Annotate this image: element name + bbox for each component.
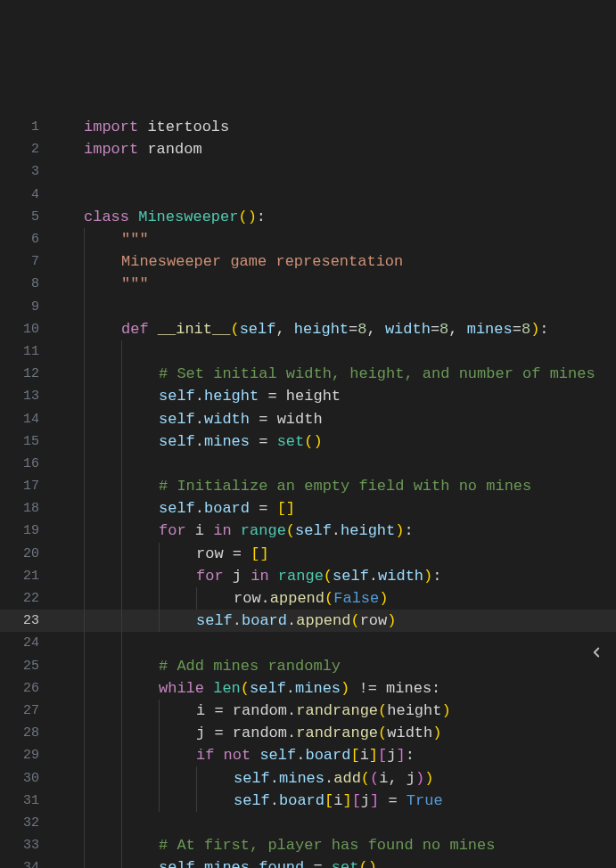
code-line[interactable]: 7Minesweeper game representation [0,250,616,273]
code-line[interactable]: 3 [0,160,616,183]
code-line[interactable]: 24 [0,632,616,654]
token-self: self [159,500,195,517]
line-number: 16 [0,456,52,471]
code-line[interactable]: 17# Initialize an empty field with no mi… [0,475,616,497]
token-num: 8 [439,321,448,338]
line-number: 7 [0,254,52,269]
line-number: 3 [0,164,52,179]
token-ppar: ] [342,792,351,809]
code-line[interactable]: 34self.mines_found = set() [0,856,616,868]
line-number: 9 [0,299,52,315]
token-param: height [294,321,349,338]
code-line[interactable]: 12# Set initial width, height, and numbe… [0,363,616,385]
token-kw: not [224,747,251,764]
code-line[interactable]: 21for j in range(self.width): [0,565,616,587]
code-content: self.width = width [159,411,323,428]
code-area[interactable]: 1import itertools2import random345class … [0,116,616,868]
token-cmt: # At first, player has found no mines [159,837,495,854]
token-kw: def [121,321,149,338]
token-ident: height [286,388,341,405]
token-punc: . [270,792,279,809]
token-op: = [259,388,286,405]
token-ident: row [196,545,224,562]
token-cls: Minesweeper [138,209,238,225]
indent-guides [52,655,159,677]
line-number: 22 [0,591,52,606]
token-builtin: range [241,522,286,539]
code-line[interactable]: 16 [0,453,616,475]
token-kw: for [159,522,186,539]
code-line[interactable]: 6""" [0,228,616,250]
token-punc: . [233,612,242,629]
code-line[interactable]: 4 [0,184,616,206]
code-line[interactable]: 11 [0,340,616,363]
token-plain [129,209,138,225]
line-number: 28 [0,725,52,741]
code-line[interactable]: 33# At first, player has found no mines [0,834,616,856]
token-prop: board [204,500,250,517]
token-ppar: () [304,433,322,450]
token-op: = [379,792,407,809]
indent-guides [52,363,159,385]
token-ppar: ( [324,590,333,607]
code-line[interactable]: 10def __init__(self, height=8, width=8, … [0,318,616,340]
token-ident: i [360,747,369,764]
token-ppar: [] [277,500,295,517]
code-line[interactable]: 30self.mines.add((i, j)) [0,766,616,789]
code-line[interactable]: 23self.board.append(row) [0,610,616,632]
token-ppar: ) [341,680,349,697]
token-self: self [240,321,276,338]
code-line[interactable]: 20row = [] [0,543,616,565]
code-editor[interactable]: 1import itertools2import random345class … [0,0,616,868]
code-content: import random [84,141,202,158]
code-line[interactable]: 25# Add mines randomly [0,655,616,677]
code-content: self.mines.add((i, j)) [234,770,433,787]
code-line[interactable]: 29if not self.board[i][j]: [0,744,616,766]
token-pbrk: ( [370,770,379,787]
code-content: self.mines = set() [159,433,323,450]
token-punc: . [261,590,270,607]
code-line[interactable]: 31self.board[i][j] = True [0,790,616,812]
code-line[interactable]: 8""" [0,273,616,295]
code-line[interactable]: 13self.height = height [0,385,616,407]
token-op: != [349,680,386,697]
code-content: while len(self.mines) != mines: [159,680,440,697]
token-num: 8 [522,321,530,338]
token-self: self [333,568,369,585]
token-punc: . [369,568,378,585]
token-ppar: [ [350,747,359,764]
code-line[interactable]: 19for i in range(self.height): [0,520,616,542]
indent-guides [52,834,159,856]
code-line[interactable]: 32 [0,812,616,834]
code-line[interactable]: 2import random [0,138,616,160]
line-number: 27 [0,703,52,718]
code-line[interactable]: 18self.board = [] [0,497,616,520]
indent-guides [52,475,159,497]
token-kw: import [84,141,138,158]
indent-guides [52,228,121,250]
code-line[interactable]: 28j = random.randrange(width) [0,722,616,744]
chevron-left-icon[interactable] [586,642,607,663]
token-ppar: ) [379,590,388,607]
code-line[interactable]: 5class Minesweeper(): [0,206,616,228]
code-content: self.height = height [159,388,341,405]
code-line[interactable]: 15self.mines = set() [0,430,616,453]
token-plain [251,747,259,764]
code-line[interactable]: 14self.width = width [0,407,616,430]
code-line[interactable]: 1import itertools [0,116,616,138]
line-number: 11 [0,344,52,359]
token-pbrk: [ [378,747,387,764]
indent-guides [52,497,159,520]
code-line[interactable]: 27i = random.randrange(height) [0,700,616,722]
line-number: 17 [0,479,52,494]
token-punc: . [195,388,204,405]
code-content: self.mines_found = set() [159,859,377,868]
indent-guides [52,587,234,610]
code-line[interactable]: 26while len(self.mines) != mines: [0,677,616,700]
token-kw: while [159,680,204,697]
indent-guides [52,296,121,318]
token-plain [214,747,223,764]
token-op: = [205,725,233,741]
code-line[interactable]: 22row.append(False) [0,587,616,610]
code-line[interactable]: 9 [0,296,616,318]
